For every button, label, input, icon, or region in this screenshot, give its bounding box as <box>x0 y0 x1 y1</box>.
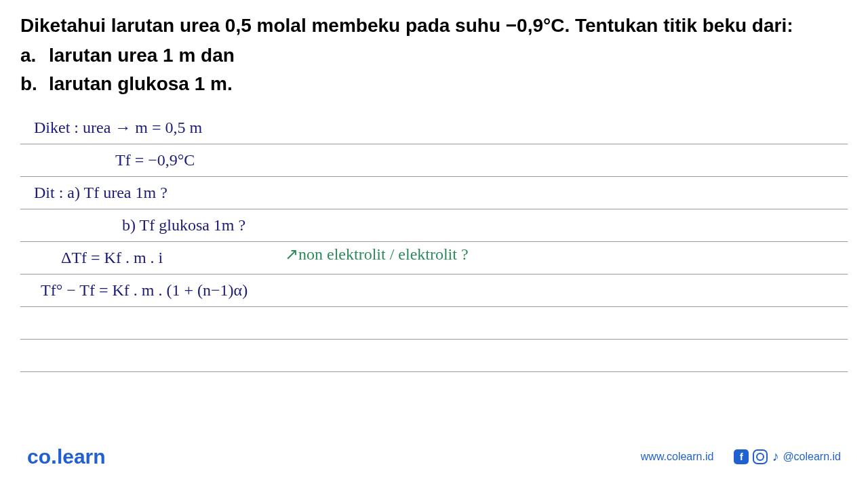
question-main: Diketahui larutan urea 0,5 molal membeku… <box>20 12 848 39</box>
notebook-line: Diket : urea → m = 0,5 m <box>20 112 848 144</box>
website-url: www.colearn.id <box>641 451 714 463</box>
notebook-line: Tf = −0,9°C <box>20 144 848 177</box>
logo: co.learn <box>27 444 106 469</box>
notebook-line <box>20 340 848 372</box>
option-b-letter: b. <box>20 70 49 98</box>
notebook-area: Diket : urea → m = 0,5 m Tf = −0,9°C Dit… <box>20 112 848 372</box>
question-option-a: a.larutan urea 1 m dan <box>20 41 848 70</box>
footer-right: www.colearn.id f ♪ @colearn.id <box>641 449 841 464</box>
handwriting-formula-1: ΔTf = Kf . m . i <box>34 249 163 267</box>
notebook-line: Dit : a) Tf urea 1m ? <box>20 177 848 209</box>
notebook-line: Tf° − Tf = Kf . m . (1 + (n−1)α) <box>20 274 848 307</box>
handwriting-dit-a: Dit : a) Tf urea 1m ? <box>34 184 167 202</box>
tiktok-icon: ♪ <box>772 449 778 464</box>
instagram-icon <box>753 449 768 464</box>
logo-dot: . <box>51 444 57 468</box>
logo-learn: learn <box>57 445 106 468</box>
handwriting-tf-value: Tf = −0,9°C <box>34 151 195 169</box>
notebook-line: ΔTf = Kf . m . i ↗non elektrolit / elekt… <box>20 242 848 274</box>
facebook-icon: f <box>734 449 749 464</box>
footer: co.learn www.colearn.id f ♪ @colearn.id <box>0 444 868 469</box>
handwriting-diket: Diket : urea → m = 0,5 m <box>34 119 202 137</box>
notebook-line: b) Tf glukosa 1m ? <box>20 209 848 242</box>
option-a-letter: a. <box>20 41 49 70</box>
social-links: f ♪ @colearn.id <box>734 449 841 464</box>
social-handle: @colearn.id <box>783 451 841 463</box>
logo-co: co <box>27 445 51 468</box>
handwriting-annotation: ↗non elektrolit / elektrolit ? <box>285 245 469 264</box>
notebook-line <box>20 307 848 340</box>
handwriting-dit-b: b) Tf glukosa 1m ? <box>34 216 245 235</box>
option-a-text: larutan urea 1 m dan <box>49 45 235 66</box>
option-b-text: larutan glukosa 1 m. <box>49 73 233 94</box>
question-option-b: b.larutan glukosa 1 m. <box>20 70 848 98</box>
handwriting-formula-2: Tf° − Tf = Kf . m . (1 + (n−1)α) <box>34 281 248 300</box>
